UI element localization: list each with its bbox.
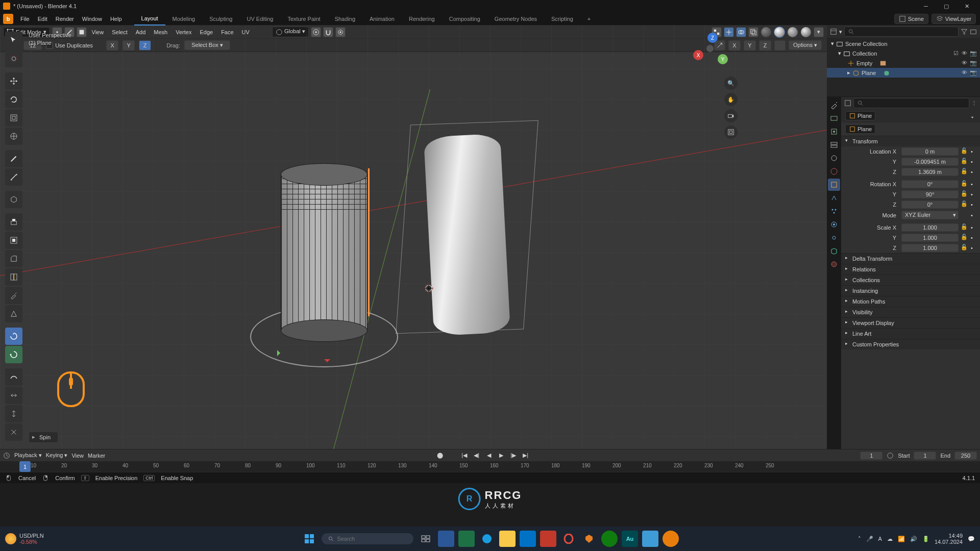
tool-edge-slide[interactable] — [5, 387, 22, 404]
tool-extrude[interactable] — [5, 213, 22, 231]
tray-volume-icon[interactable]: 🔊 — [910, 536, 917, 542]
rotation-y-field[interactable]: 90° — [901, 190, 959, 198]
prop-tab-viewlayer[interactable] — [828, 139, 840, 151]
location-x-field[interactable]: 0 m — [901, 147, 959, 156]
start-button[interactable] — [301, 531, 317, 547]
tool-move[interactable] — [5, 72, 22, 90]
hide-viewport-toggle[interactable]: 👁 — [962, 69, 969, 77]
prop-tab-data[interactable] — [828, 245, 840, 257]
taskbar-clock[interactable]: 14:49 14.07.2024 — [935, 533, 963, 545]
lock-z-button[interactable]: 🔓 — [961, 168, 969, 176]
taskbar-app-edge[interactable] — [479, 531, 495, 547]
properties-editor-icon[interactable] — [844, 99, 851, 107]
taskbar-app-notes[interactable] — [642, 531, 658, 547]
outliner-item-plane[interactable]: ▸ Plane 👁 📷 — [827, 68, 980, 78]
lock-roty-button[interactable]: 🔓 — [961, 190, 969, 198]
tool-annotate[interactable] — [5, 150, 22, 167]
taskbar-app-blender[interactable] — [663, 531, 679, 547]
prop-tab-constraints[interactable] — [828, 232, 840, 244]
workspace-shading[interactable]: Shading — [328, 12, 362, 26]
taskbar-app-xbox[interactable] — [601, 531, 618, 547]
tool-knife[interactable] — [5, 287, 22, 304]
properties-search-input[interactable] — [866, 100, 966, 106]
timeline-keying-menu[interactable]: Keying ▾ — [46, 452, 68, 459]
properties-options-button[interactable]: ⋮ — [971, 100, 977, 107]
tool-transform[interactable] — [5, 128, 22, 145]
timeline-editor-icon[interactable] — [3, 452, 10, 459]
playhead[interactable]: 1 — [19, 461, 31, 472]
viewlayer-selector[interactable]: ViewLayer — [932, 14, 976, 24]
tool-shrink-fatten[interactable] — [5, 405, 22, 422]
scale-x-field[interactable]: 1.000 — [901, 223, 959, 232]
location-z-field[interactable]: 1.3609 m — [901, 168, 959, 176]
scene-selector[interactable]: Scene — [894, 14, 928, 24]
play-button[interactable]: ▶ — [497, 452, 505, 460]
taskbar-weather-widget[interactable]: USD/PLN -0.58% — [5, 533, 44, 545]
tool-add-cube[interactable] — [5, 191, 22, 208]
outliner-search-input[interactable] — [856, 29, 955, 35]
menu-file[interactable]: File — [16, 16, 34, 22]
outliner-collection[interactable]: ▾ Collection ☑ 👁 📷 — [827, 48, 980, 58]
panel-visibility[interactable]: Visibility — [841, 307, 980, 317]
prop-tab-output[interactable] — [828, 126, 840, 138]
tray-notifications-icon[interactable]: 💬 — [968, 536, 975, 542]
timeline-view-menu[interactable]: View — [71, 453, 84, 459]
pin-button[interactable] — [969, 112, 976, 119]
jump-start-button[interactable]: |◀ — [460, 452, 469, 460]
disable-render-toggle[interactable]: 📷 — [970, 50, 977, 57]
tool-loopcut[interactable] — [5, 268, 22, 286]
tray-mic-icon[interactable]: 🎤 — [866, 536, 873, 542]
tool-spin-duplicates[interactable] — [5, 346, 22, 363]
close-button[interactable]: ✕ — [957, 0, 977, 12]
lock-scalez-button[interactable]: 🔓 — [961, 244, 969, 252]
maximize-button[interactable]: ▢ — [936, 0, 957, 12]
taskbar-app-shield[interactable] — [540, 531, 556, 547]
gizmo-y[interactable]: Y — [718, 54, 728, 64]
lock-rotz-button[interactable]: 🔓 — [961, 201, 969, 209]
prop-tab-render[interactable] — [828, 112, 840, 124]
blender-logo-icon[interactable]: b — [3, 14, 13, 24]
panel-transform-header[interactable]: Transform — [841, 136, 980, 146]
prop-tab-scene[interactable] — [828, 152, 840, 164]
workspace-modeling[interactable]: Modeling — [165, 12, 203, 26]
preview-range-icon[interactable] — [887, 452, 894, 459]
rotation-mode-selector[interactable]: XYZ Euler ▾ — [901, 211, 959, 219]
taskbar-app-2[interactable] — [458, 531, 475, 547]
scale-y-field[interactable]: 1.000 — [901, 234, 959, 242]
prop-tab-world[interactable] — [828, 165, 840, 178]
workspace-animation[interactable]: Animation — [362, 12, 402, 26]
taskbar-app-mail[interactable] — [520, 531, 536, 547]
gizmo-z[interactable]: Z — [707, 33, 718, 43]
tool-smooth[interactable] — [5, 368, 22, 386]
tray-chevron-up-icon[interactable]: ˄ — [858, 536, 861, 542]
prop-tab-particles[interactable] — [828, 205, 840, 217]
tool-select-box[interactable] — [5, 32, 22, 49]
outliner-item-empty[interactable]: Empty 👁 📷 — [827, 58, 980, 68]
zoom-button[interactable]: 🔍 — [724, 77, 738, 90]
prop-tab-modifiers[interactable] — [828, 192, 840, 204]
tray-lang-icon[interactable]: A — [878, 536, 882, 542]
hide-viewport-toggle[interactable]: 👁 — [962, 50, 969, 57]
outliner-scene-collection[interactable]: ▾ Scene Collection — [827, 39, 980, 48]
taskbar-app-explorer[interactable] — [499, 531, 516, 547]
panel-viewport-display[interactable]: Viewport Display — [841, 318, 980, 328]
prop-tab-object[interactable] — [828, 179, 840, 191]
taskbar-app-opera[interactable] — [560, 531, 577, 547]
tool-cursor[interactable] — [5, 50, 22, 67]
datablock-name-field[interactable]: Plane — [845, 124, 875, 134]
lock-x-button[interactable]: 🔓 — [961, 147, 969, 156]
tray-wifi-icon[interactable]: 📶 — [898, 536, 905, 542]
menu-window[interactable]: Window — [78, 16, 106, 22]
operator-panel[interactable]: Spin — [29, 432, 58, 443]
nav-gizmo[interactable]: Z X Y — [694, 33, 730, 68]
timeline-marker-menu[interactable]: Marker — [88, 453, 105, 459]
taskbar-app-1[interactable] — [438, 531, 454, 547]
outliner-display-mode[interactable]: ▾ — [839, 29, 842, 35]
play-reverse-button[interactable]: ◀ — [485, 452, 493, 460]
outliner-filter-button[interactable] — [961, 28, 968, 35]
persp-ortho-button[interactable] — [724, 126, 738, 139]
properties-search[interactable] — [853, 98, 969, 108]
jump-end-button[interactable]: ▶| — [522, 452, 530, 460]
panel-instancing[interactable]: Instancing — [841, 286, 980, 296]
location-y-field[interactable]: -0.009451 m — [901, 158, 959, 166]
